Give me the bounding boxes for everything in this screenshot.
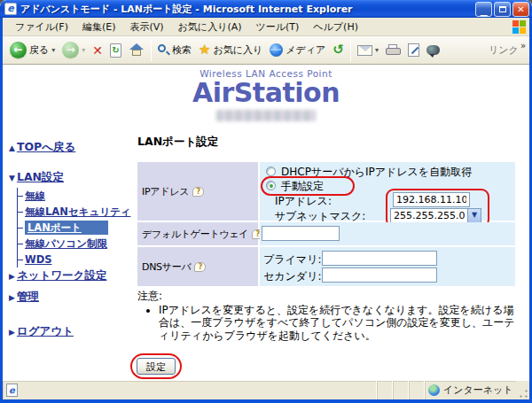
ip-address-label-cell: IPアドレス ? bbox=[137, 162, 258, 221]
forward-dropdown-icon: ▾ bbox=[82, 46, 85, 54]
home-button[interactable] bbox=[125, 42, 148, 58]
admin-link[interactable]: 管理 bbox=[17, 290, 39, 303]
messenger-button[interactable] bbox=[423, 43, 443, 57]
triangle-down-icon: ▼ bbox=[9, 171, 15, 185]
dhcp-auto-radio[interactable] bbox=[266, 167, 276, 176]
page-title: LANポート設定 bbox=[137, 135, 218, 150]
status-left-panel: e bbox=[3, 381, 376, 399]
sidebar-item-lan-port-selected[interactable]: LANポート bbox=[18, 220, 138, 236]
forward-button[interactable]: → ▾ bbox=[59, 40, 89, 60]
media-button[interactable]: メディア bbox=[266, 42, 329, 58]
sidebar-item-wireless-pc-restrict[interactable]: 無線パソコン制限 bbox=[18, 236, 138, 252]
search-label: 検索 bbox=[172, 43, 192, 57]
status-cell bbox=[376, 381, 392, 399]
help-icon[interactable]: ? bbox=[192, 187, 204, 197]
wireless-link[interactable]: 無線 bbox=[25, 190, 45, 202]
logout-link[interactable]: ログアウト bbox=[17, 324, 74, 337]
back-button[interactable]: ← 戻る ▾ bbox=[6, 40, 59, 60]
mail-dropdown-icon[interactable]: ▾ bbox=[375, 46, 379, 54]
sidebar-item-admin[interactable]: ▶管理 bbox=[9, 290, 138, 305]
back-icon: ← bbox=[10, 42, 27, 58]
media-label: メディア bbox=[286, 43, 325, 57]
back-dropdown-icon[interactable]: ▾ bbox=[51, 46, 55, 54]
sidebar-item-top[interactable]: ▲TOPへ戻る bbox=[9, 140, 138, 155]
gateway-label-cell: デフォルトゲートウェイ ? bbox=[137, 222, 258, 245]
sidebar-nav: ▲TOPへ戻る ▼LAN設定 無線 無線LANセキュリティ LANポート 無線パ… bbox=[9, 140, 138, 339]
search-icon bbox=[158, 44, 169, 56]
maximize-button[interactable] bbox=[494, 2, 511, 17]
manual-setting-radio[interactable] bbox=[266, 181, 276, 190]
sidebar-item-lan-settings[interactable]: ▼LAN設定 bbox=[9, 170, 138, 185]
sidebar-item-wireless-security[interactable]: 無線LANセキュリティ bbox=[18, 204, 138, 220]
sidebar-item-logout[interactable]: ▶ログアウト bbox=[9, 324, 138, 339]
ip-address-input[interactable] bbox=[393, 192, 470, 207]
wireless-security-link[interactable]: 無線LANセキュリティ bbox=[25, 205, 130, 218]
sidebar-item-wireless[interactable]: 無線 bbox=[18, 188, 138, 204]
search-button[interactable]: 検索 bbox=[154, 42, 195, 58]
dns-value-cell: プライマリ: セカンダリ: bbox=[260, 247, 515, 286]
lan-settings-subtree: 無線 無線LANセキュリティ LANポート 無線パソコン制限 WDS bbox=[17, 188, 138, 267]
sidebar-item-wds[interactable]: WDS bbox=[18, 252, 138, 267]
menu-edit[interactable]: 編集(E) bbox=[75, 19, 123, 35]
title-bar: e アドバンストモード - LANポート設定 - Microsoft Inter… bbox=[0, 0, 532, 18]
lan-settings-link[interactable]: LAN設定 bbox=[17, 170, 64, 183]
note-heading: 注意: bbox=[137, 290, 517, 303]
menu-favorites[interactable]: お気に入り(A) bbox=[171, 19, 249, 35]
stop-icon: ✕ bbox=[92, 43, 103, 58]
mail-button[interactable]: ▾ bbox=[354, 43, 382, 58]
print-button[interactable] bbox=[382, 43, 404, 58]
stop-button[interactable]: ✕ bbox=[89, 42, 106, 59]
history-icon: ↺ bbox=[332, 43, 344, 57]
dhcp-auto-radio-label[interactable]: DHCPサーバからIPアドレスを自動取得 bbox=[281, 165, 472, 180]
subnet-mask-select[interactable]: 255.255.255.0 ▼ bbox=[390, 208, 481, 223]
standard-toolbar: ← 戻る ▾ → ▾ ✕ ↻ 検索 ★ お気に入り メディア ↺ ▾ bbox=[3, 36, 529, 65]
wds-link[interactable]: WDS bbox=[25, 253, 52, 266]
favorites-star-icon: ★ bbox=[199, 43, 210, 57]
mail-icon bbox=[357, 45, 372, 56]
menu-view[interactable]: 表示(V) bbox=[123, 19, 171, 35]
lan-port-link[interactable]: LANポート bbox=[25, 221, 108, 235]
ip-address-value-cell: DHCPサーバからIPアドレスを自動取得 手動設定 IPアドレス: サブネットマ… bbox=[260, 162, 515, 221]
favorites-button[interactable]: ★ お気に入り bbox=[195, 42, 266, 58]
edit-button[interactable] bbox=[404, 42, 423, 58]
window-border bbox=[0, 18, 3, 403]
wireless-pc-restrict-link[interactable]: 無線パソコン制限 bbox=[25, 237, 107, 250]
dns-secondary-input[interactable] bbox=[322, 267, 437, 283]
gateway-label: デフォルトゲートウェイ bbox=[142, 228, 248, 241]
gateway-input[interactable] bbox=[262, 226, 340, 241]
ie-page-icon: e bbox=[6, 384, 18, 397]
resize-grip[interactable] bbox=[516, 381, 529, 399]
top-link[interactable]: TOPへ戻る bbox=[17, 140, 75, 153]
sidebar-item-network-settings[interactable]: ▶ネットワーク設定 bbox=[9, 268, 138, 283]
help-icon[interactable]: ? bbox=[194, 262, 206, 272]
back-label: 戻る bbox=[29, 43, 49, 57]
network-settings-link[interactable]: ネットワーク設定 bbox=[17, 268, 106, 282]
status-zone-panel: インターネット bbox=[424, 381, 516, 399]
triangle-right-icon: ▶ bbox=[9, 291, 15, 305]
logo-brand: AirStation bbox=[3, 79, 529, 107]
links-bar[interactable]: リンク » bbox=[489, 43, 529, 57]
dns-primary-input[interactable] bbox=[322, 251, 437, 266]
manual-setting-radio-label[interactable]: 手動設定 bbox=[281, 179, 324, 194]
refresh-button[interactable]: ↻ bbox=[106, 42, 125, 59]
print-icon bbox=[386, 44, 401, 56]
refresh-icon: ↻ bbox=[110, 43, 121, 58]
window-title: アドバンストモード - LANポート設定 - Microsoft Interne… bbox=[20, 3, 473, 16]
messenger-icon bbox=[426, 45, 440, 55]
menu-file[interactable]: ファイル(F) bbox=[8, 19, 75, 35]
edit-icon bbox=[408, 43, 419, 57]
status-cell bbox=[392, 381, 408, 399]
triangle-right-icon: ▶ bbox=[9, 325, 15, 339]
close-button[interactable]: ✕ bbox=[512, 2, 529, 17]
windows-logo-icon bbox=[512, 19, 527, 35]
menu-help[interactable]: ヘルプ(H) bbox=[306, 19, 365, 35]
links-chevron-icon[interactable]: » bbox=[520, 41, 526, 50]
ip-field-label: IPアドレス: bbox=[275, 194, 332, 209]
links-label: リンク bbox=[489, 43, 519, 57]
dns-secondary-label: セカンダリ: bbox=[263, 269, 321, 284]
chevron-down-icon[interactable]: ▼ bbox=[467, 209, 481, 222]
menu-tools[interactable]: ツール(T) bbox=[249, 19, 307, 35]
apply-button[interactable]: 設定 bbox=[137, 358, 176, 375]
history-button[interactable]: ↺ bbox=[329, 42, 348, 58]
minimize-button[interactable]: ▁ bbox=[475, 2, 492, 17]
